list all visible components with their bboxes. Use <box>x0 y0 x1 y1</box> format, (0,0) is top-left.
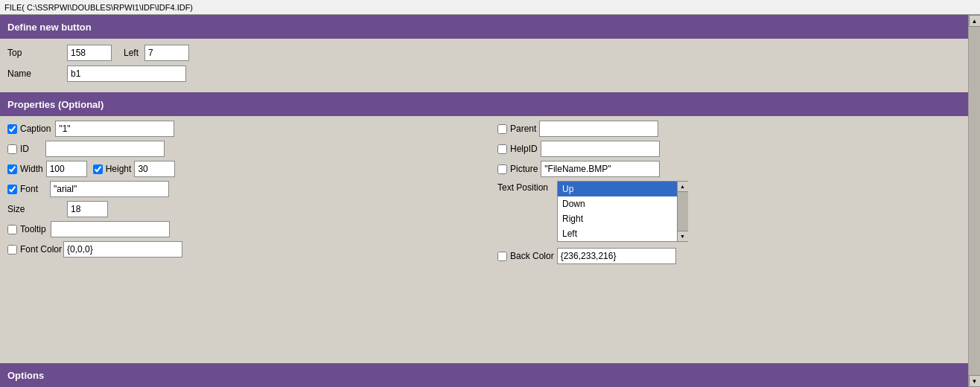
caption-checkbox-label[interactable]: Caption <box>7 124 51 134</box>
size-input[interactable] <box>67 201 108 217</box>
fontcolor-checkbox[interactable] <box>7 245 17 255</box>
left-column: Caption ID Width <box>7 121 490 268</box>
define-form: Top Left Name <box>0 39 980 92</box>
fontcolor-input[interactable] <box>63 241 182 258</box>
width-checkbox-label[interactable]: Width <box>7 164 43 174</box>
title-bar: FILE( C:\SSRPWI\DOUBLES\RPWI1\IDF\IDF4.I… <box>0 0 980 15</box>
id-input[interactable] <box>45 141 165 157</box>
helpid-checkbox-label[interactable]: HelpID <box>497 144 538 154</box>
dropdown-scroll-track <box>678 192 688 231</box>
right-column: Parent HelpID Picture <box>490 121 973 268</box>
font-checkbox[interactable] <box>7 185 17 194</box>
font-input[interactable] <box>50 181 169 197</box>
id-checkbox[interactable] <box>7 144 17 154</box>
helpid-checkbox[interactable] <box>497 144 507 154</box>
height-checkbox-label[interactable]: Height <box>93 164 132 174</box>
text-position-item-down[interactable]: Down <box>558 196 677 211</box>
text-position-item-right[interactable]: Right <box>558 211 677 226</box>
parent-checkbox[interactable] <box>497 124 507 134</box>
text-position-dropdown[interactable]: Up Down Right Left ▲ ▼ <box>557 181 688 242</box>
picture-input[interactable] <box>541 161 660 177</box>
text-position-label: Text Position <box>497 181 557 193</box>
name-label: Name <box>7 68 67 79</box>
backcolor-checkbox[interactable] <box>497 252 507 261</box>
width-checkbox[interactable] <box>7 164 17 174</box>
dropdown-scroll-down[interactable]: ▼ <box>678 231 688 241</box>
scroll-up-arrow[interactable]: ▲ <box>969 15 981 27</box>
id-checkbox-label[interactable]: ID <box>7 144 29 154</box>
top-input[interactable] <box>67 45 112 61</box>
fontcolor-checkbox-label[interactable]: Font Color <box>7 244 62 255</box>
top-label: Top <box>7 48 67 58</box>
tooltip-checkbox-label[interactable]: Tooltip <box>7 224 46 234</box>
parent-checkbox-label[interactable]: Parent <box>497 124 536 134</box>
caption-checkbox[interactable] <box>7 124 17 134</box>
define-section-header: Define new button <box>0 15 980 39</box>
width-input[interactable] <box>46 161 87 177</box>
backcolor-input[interactable] <box>557 248 676 264</box>
dropdown-scrollbar[interactable]: ▲ ▼ <box>678 181 688 242</box>
tooltip-input[interactable] <box>51 221 170 237</box>
dropdown-scroll-up[interactable]: ▲ <box>678 182 688 192</box>
options-section-header: Options <box>0 363 980 387</box>
text-position-list[interactable]: Up Down Right Left <box>557 181 678 242</box>
scroll-track <box>969 27 981 375</box>
properties-section-header: Properties (Optional) <box>0 92 980 116</box>
text-position-item-up[interactable]: Up <box>558 182 677 196</box>
left-label: Left <box>124 48 139 58</box>
picture-checkbox[interactable] <box>497 164 507 174</box>
helpid-input[interactable] <box>541 141 660 157</box>
main-scrollbar[interactable]: ▲ ▼ <box>968 15 980 387</box>
properties-form: Caption ID Width <box>0 116 980 272</box>
backcolor-checkbox-label[interactable]: Back Color <box>497 251 554 261</box>
font-checkbox-label[interactable]: Font <box>7 184 38 194</box>
text-position-item-left[interactable]: Left <box>558 226 677 241</box>
size-label: Size <box>7 204 67 214</box>
parent-input[interactable] <box>539 121 658 137</box>
tooltip-checkbox[interactable] <box>7 225 17 234</box>
name-input[interactable] <box>67 65 186 82</box>
caption-input[interactable] <box>55 121 174 137</box>
title-text: FILE( C:\SSRPWI\DOUBLES\RPWI1\IDF\IDF4.I… <box>4 3 193 12</box>
height-input[interactable] <box>134 161 175 177</box>
picture-checkbox-label[interactable]: Picture <box>497 164 538 174</box>
left-input[interactable] <box>144 45 189 61</box>
height-checkbox[interactable] <box>93 164 103 174</box>
scroll-down-arrow[interactable]: ▼ <box>969 375 981 387</box>
